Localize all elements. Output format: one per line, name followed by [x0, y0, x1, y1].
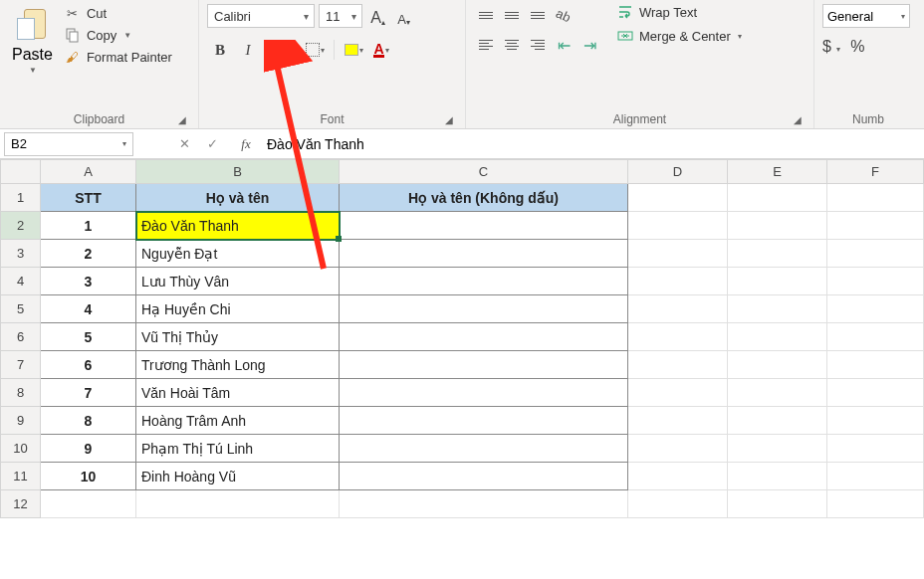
cell[interactable]: 8 [41, 407, 136, 435]
col-header-B[interactable]: B [136, 160, 340, 184]
cell[interactable] [340, 407, 628, 435]
cell[interactable] [827, 212, 924, 240]
chevron-down-icon[interactable]: ▾ [385, 46, 389, 55]
chevron-down-icon[interactable]: ▼ [29, 66, 37, 75]
col-header-A[interactable]: A [41, 160, 136, 184]
number-format-combo[interactable]: General ▾ [822, 4, 910, 28]
cell[interactable] [136, 490, 340, 518]
cell[interactable] [628, 240, 728, 268]
cell[interactable] [827, 351, 924, 379]
cell[interactable] [728, 212, 827, 240]
cell[interactable]: STT [41, 184, 136, 212]
select-all-button[interactable] [1, 160, 41, 184]
cell[interactable] [728, 268, 827, 295]
chevron-down-icon[interactable]: ▾ [346, 11, 361, 22]
cell[interactable] [340, 268, 628, 295]
increase-font-button[interactable]: A▴ [366, 5, 388, 27]
cell[interactable] [340, 435, 628, 463]
row-header[interactable]: 12 [1, 490, 41, 518]
fill-handle[interactable] [336, 236, 342, 242]
col-header-F[interactable]: F [827, 160, 924, 184]
cell[interactable] [827, 268, 924, 295]
row-header[interactable]: 11 [1, 463, 41, 490]
row-header[interactable]: 1 [1, 184, 41, 212]
cell[interactable]: Hoàng Trâm Anh [136, 407, 340, 435]
cell[interactable] [628, 463, 728, 490]
align-center-button[interactable] [500, 34, 524, 56]
chevron-down-icon[interactable]: ▾ [280, 46, 284, 55]
copy-button[interactable]: Copy ▼ [63, 26, 174, 44]
col-header-C[interactable]: C [340, 160, 628, 184]
chevron-down-icon[interactable]: ▼ [123, 31, 131, 40]
cell[interactable]: Phạm Thị Tú Linh [136, 435, 340, 463]
cell[interactable] [628, 351, 728, 379]
cell[interactable] [340, 463, 628, 490]
cell[interactable] [340, 295, 628, 323]
row-header[interactable]: 8 [1, 379, 41, 407]
align-left-button[interactable] [474, 34, 498, 56]
increase-indent-button[interactable]: ⇥ [578, 34, 601, 56]
cell[interactable] [628, 184, 728, 212]
row-header[interactable]: 5 [1, 295, 41, 323]
chevron-down-icon[interactable]: ▾ [122, 139, 126, 148]
cell[interactable] [728, 407, 827, 435]
cell[interactable]: Văn Hoài Tâm [136, 379, 340, 407]
selected-cell[interactable]: Đào Văn Thanh [136, 212, 340, 240]
cell[interactable] [628, 407, 728, 435]
cell[interactable] [728, 184, 827, 212]
cell[interactable]: 2 [41, 240, 136, 268]
spreadsheet-grid[interactable]: A B C D E F 1 STT Họ và tên Họ và tên (K… [0, 159, 924, 518]
chevron-down-icon[interactable]: ▾ [738, 32, 742, 41]
row-header[interactable]: 10 [1, 435, 41, 463]
cell[interactable] [728, 351, 827, 379]
cell[interactable] [628, 268, 728, 295]
cell[interactable] [628, 212, 728, 240]
borders-button[interactable]: ▾ [302, 38, 328, 62]
cell[interactable]: Lưu Thùy Vân [136, 268, 340, 295]
cell[interactable]: 9 [41, 435, 136, 463]
cell[interactable]: 10 [41, 463, 136, 490]
cell[interactable] [728, 435, 827, 463]
row-header[interactable]: 4 [1, 268, 41, 295]
cell[interactable] [340, 490, 628, 518]
cut-button[interactable]: ✂ Cut [63, 4, 174, 22]
cell[interactable] [728, 490, 827, 518]
align-bottom-button[interactable] [526, 4, 550, 26]
cell[interactable]: 5 [41, 323, 136, 351]
dialog-launcher-icon[interactable]: ◢ [176, 113, 188, 125]
chevron-down-icon[interactable]: ▾ [298, 11, 314, 22]
row-header[interactable]: 7 [1, 351, 41, 379]
cell[interactable]: Họ và tên (Không dấu) [340, 184, 628, 212]
cell[interactable] [827, 323, 924, 351]
insert-function-button[interactable]: fx [235, 136, 257, 152]
cell[interactable]: Trương Thành Long [136, 351, 340, 379]
font-color-button[interactable]: A▾ [368, 38, 394, 62]
cell[interactable] [827, 435, 924, 463]
cell[interactable]: Đinh Hoàng Vũ [136, 463, 340, 490]
cell[interactable] [628, 490, 728, 518]
align-top-button[interactable] [474, 4, 498, 26]
merge-center-button[interactable]: Merge & Center ▾ [617, 28, 742, 44]
cell[interactable]: Họ và tên [136, 184, 340, 212]
dialog-launcher-icon[interactable]: ◢ [792, 113, 804, 125]
chevron-down-icon[interactable]: ▾ [359, 46, 363, 55]
percent-format-button[interactable]: % [850, 38, 864, 56]
enter-edit-button[interactable]: ✓ [201, 136, 223, 151]
row-header[interactable]: 6 [1, 323, 41, 351]
formula-input[interactable] [257, 132, 924, 156]
chevron-down-icon[interactable]: ▾ [321, 46, 325, 55]
wrap-text-button[interactable]: Wrap Text [617, 4, 742, 20]
cell[interactable] [827, 407, 924, 435]
cell[interactable]: 4 [41, 295, 136, 323]
cell[interactable] [827, 295, 924, 323]
orientation-button[interactable]: ab [548, 0, 578, 30]
cell[interactable] [628, 379, 728, 407]
cell[interactable] [827, 240, 924, 268]
cell[interactable] [827, 379, 924, 407]
dialog-launcher-icon[interactable]: ◢ [443, 113, 455, 125]
cell[interactable] [41, 490, 136, 518]
cell[interactable] [728, 379, 827, 407]
cell[interactable] [827, 490, 924, 518]
cell[interactable] [728, 323, 827, 351]
cell[interactable]: 6 [41, 351, 136, 379]
